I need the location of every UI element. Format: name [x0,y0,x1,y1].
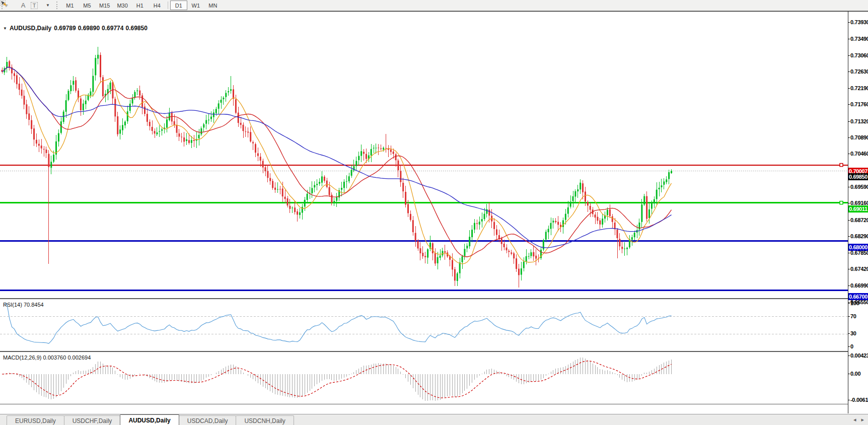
chart-window: ▼ AUDUSD,Daily 0.69789 0.69890 0.69774 0… [0,11,868,414]
macd-canvas[interactable] [0,352,848,404]
timeframe-button-d1[interactable]: D1 [170,1,187,10]
cursor-arrows-icon[interactable]: ▼ [40,1,55,10]
chart-tab-usdcnh[interactable]: USDCNH,Daily [236,415,294,425]
timeframe-button-m1[interactable]: M1 [61,1,79,10]
font-a-icon[interactable]: A [18,1,29,10]
price-axis-label: 0.68290 [850,233,868,239]
price-chart-canvas[interactable] [0,12,848,298]
price-tick [848,121,850,122]
date-axis-separator [0,404,848,404]
moving-average-8 [2,67,672,264]
rsi-panel[interactable] [0,299,848,351]
price-axis-label: 0.71760 [850,101,868,107]
candlesticks [2,47,673,288]
price-axis-label: 0.73060 [850,52,868,58]
tab-scroll-buttons: ◂ ▸ [853,416,864,423]
macd-tick [848,400,850,400]
tab-scroll-left-icon[interactable]: ◂ [853,416,856,423]
price-tick [848,236,850,237]
price-axis-label: 0.72190 [850,85,868,91]
rsi-indicator-label: RSI(14) 70.8454 [3,302,44,308]
ohlc-close: 0.69850 [125,25,147,32]
font-a-glyph: A [21,2,26,9]
dropdown-caret-icon[interactable]: ▼ [46,3,50,8]
timeframe-button-h1[interactable]: H1 [131,1,149,10]
price-axis-label: 0.66990 [850,282,868,289]
price-chart-panel[interactable] [0,12,848,298]
toolbar-drag-handle-2[interactable] [56,2,60,9]
price-tick [848,253,850,253]
timeframe-button-m15[interactable]: M15 [96,1,113,10]
timeframe-button-m30[interactable]: M30 [113,1,131,10]
rsi-tick [848,303,850,304]
rsi-tick [848,346,850,347]
rsi-axis-label: 70 [850,313,868,319]
level-price-badge-0.66700: 0.66700 [848,293,868,300]
tabs-container: EURUSD,DailyUSDCHF,DailyAUDUSD,DailyUSDC… [7,414,294,425]
rsi-axis-label: 100 [850,300,868,306]
price-axis-label: 0.67420 [850,266,868,272]
ohlc-open: 0.69789 [54,25,76,32]
price-tick [848,39,850,39]
ohlc-low: 0.69774 [102,25,123,32]
price-axis-label: 0.70890 [850,134,868,140]
timeframe-button-h4[interactable]: H4 [149,1,166,10]
chart-tab-usdchf[interactable]: USDCHF,Daily [64,415,121,425]
price-tick [848,154,850,154]
rsi-tick [848,333,850,334]
chart-symbol-period: AUDUSD,Daily [10,25,51,32]
macd-axis-label: 0.00423 [850,352,868,359]
level-drag-handle-0.70007[interactable] [840,164,843,167]
price-tick [848,55,850,56]
rsi-axis-label: 0 [850,343,868,349]
level-drag-handle-0.69011[interactable] [840,201,843,204]
text-label-glyph: T [31,2,38,9]
price-axis-label: 0.70460 [850,151,868,157]
macd-panel[interactable] [0,352,848,404]
timeframe-button-mn[interactable]: MN [204,1,222,10]
tab-scroll-right-icon[interactable]: ▸ [861,416,864,423]
macd-axis-label: 0.00 [850,371,868,377]
rsi-canvas[interactable] [0,299,848,351]
text-label-icon[interactable]: T [29,1,40,10]
crosshair-grid-icon[interactable]: F [7,1,18,10]
macd-tick [848,374,850,374]
timeframe-separator [168,2,168,9]
rsi-line [5,304,672,343]
price-tick [848,72,850,72]
trading-platform-window: F A T ▼ M1M5M15M30H1H4D1W1MN ▼ AUDUSD,Da… [0,0,868,425]
price-tick [848,88,850,89]
rsi-axis-label: 30 [850,330,868,336]
ohlc-high: 0.69890 [78,25,100,32]
chart-tab-bar: EURUSD,DailyUSDCHF,DailyAUDUSD,DailyUSDC… [0,414,868,425]
price-axis-label: 0.73930 [850,19,868,25]
chart-tab-audusd[interactable]: AUDUSD,Daily [120,414,179,425]
price-tick [848,104,850,105]
price-tick [848,302,850,303]
price-axis-label: 0.68720 [850,217,868,223]
timeframe-button-w1[interactable]: W1 [187,1,204,10]
price-axis-label: 0.69590 [850,184,868,190]
toolbar: F A T ▼ M1M5M15M30H1H4D1W1MN [0,0,868,11]
price-tick [848,22,850,23]
price-tick [848,137,850,138]
timeframe-button-m5[interactable]: M5 [79,1,96,10]
macd-histogram [2,358,672,401]
price-tick [848,269,850,269]
level-price-badge-0.68000: 0.68000 [848,244,868,251]
macd-axis-label: -0.00610 [850,397,868,403]
level-price-badge-0.69011: 0.69011 [848,205,868,212]
price-axis-label: 0.67850 [850,250,868,256]
chart-tab-eurusd[interactable]: EURUSD,Daily [7,415,64,425]
chart-title: ▼ AUDUSD,Daily 0.69789 0.69890 0.69774 0… [3,25,148,32]
cursor-arrows-svg [0,0,8,7]
chart-collapse-icon[interactable]: ▼ [3,26,7,31]
price-tick [848,203,850,203]
price-axis-label: 0.73490 [850,36,868,42]
macd-indicator-label: MACD(12,26,9) 0.003760 0.002694 [3,355,91,361]
price-tick [848,286,850,286]
chart-tab-usdcad[interactable]: USDCAD,Daily [179,415,237,425]
macd-tick [848,356,850,356]
price-tick [848,220,850,221]
timeframe-buttons: M1M5M15M30H1H4D1W1MN [61,1,222,10]
